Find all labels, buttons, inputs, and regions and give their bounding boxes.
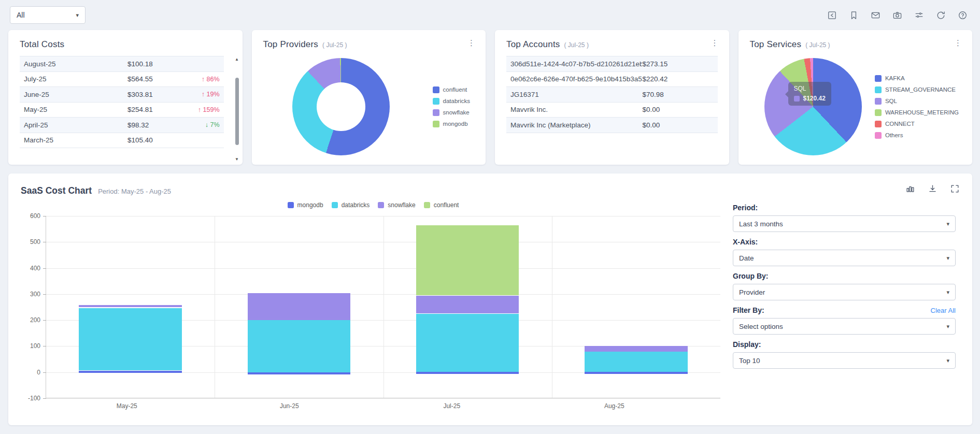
legend-item[interactable]: mongodb	[433, 121, 470, 127]
bookmark-icon[interactable]	[848, 10, 859, 20]
table-row: August-25$100.18	[20, 56, 224, 72]
bar-segment-databricks[interactable]	[79, 308, 181, 371]
row-value: $254.81	[127, 106, 192, 113]
row-label: 0e062c6e-626e-470f-b625-9e10b415b3a5	[510, 75, 642, 83]
card-title: Total Costs	[20, 39, 64, 50]
display-dropdown[interactable]: Top 10▾	[733, 352, 956, 369]
row-value: $273.15	[642, 60, 713, 68]
legend-item[interactable]: CONNECT	[875, 121, 959, 127]
legend-swatch	[433, 109, 439, 116]
grid-line	[46, 398, 720, 399]
download-icon[interactable]	[928, 184, 938, 196]
bar-segment-databricks[interactable]	[416, 314, 519, 372]
scroll-down-icon[interactable]: ▼	[234, 157, 240, 162]
legend-swatch	[288, 202, 294, 208]
x-axis-dropdown[interactable]: Date▾	[733, 250, 956, 266]
legend-item[interactable]: WAREHOUSE_METERING	[875, 109, 959, 116]
bar-segment-databricks[interactable]	[585, 352, 687, 371]
row-value: $303.81	[127, 91, 192, 98]
stacked-bar-chart: mongodbdatabrickssnowflakeconfluent 6005…	[21, 199, 726, 410]
row-change: ↑ 86%	[193, 76, 220, 83]
legend-item[interactable]: STREAM_GOVERNANCE	[875, 86, 959, 93]
scrollbar[interactable]: ▲ ▼	[234, 57, 240, 162]
legend-label: KAFKA	[885, 75, 905, 81]
clear-all-link[interactable]: Clear All	[931, 307, 956, 314]
legend-item[interactable]: SQL	[875, 98, 959, 105]
row-label: April-25	[24, 121, 127, 129]
legend-item[interactable]: snowflake	[433, 109, 470, 116]
bar-segment-mongodb[interactable]	[585, 372, 687, 374]
refresh-icon[interactable]	[935, 10, 946, 20]
camera-icon[interactable]	[892, 10, 902, 20]
bar-segment-databricks[interactable]	[248, 320, 350, 372]
card-period: ( Jul-25 )	[805, 41, 830, 49]
bar-segment-snowflake[interactable]	[416, 296, 519, 313]
grid-line-vertical	[215, 216, 215, 398]
legend-swatch	[378, 202, 384, 208]
topbar-actions	[827, 10, 968, 20]
group-by-dropdown[interactable]: Provider▾	[733, 284, 956, 300]
bar-segment-snowflake[interactable]	[585, 346, 687, 352]
bar-segment-snowflake[interactable]	[79, 305, 181, 307]
legend-label: snowflake	[443, 109, 470, 115]
control-label-group-by: Group By:	[733, 272, 768, 280]
bar-segment-snowflake[interactable]	[248, 293, 350, 320]
axis-tick	[43, 398, 46, 399]
bar-chart-icon[interactable]	[905, 184, 915, 196]
total-costs-card: Total Costs August-25$100.18July-25$564.…	[8, 30, 243, 165]
period-dropdown[interactable]: Last 3 months▾	[733, 215, 956, 232]
row-value: $105.40	[127, 136, 192, 144]
bar-segment-mongodb[interactable]	[79, 371, 181, 373]
share-icon[interactable]	[827, 10, 837, 20]
y-tick-label: 300	[30, 291, 40, 298]
legend-swatch	[332, 202, 338, 208]
chart-controls-panel: Period:Last 3 months▾X-Axis:Date▾Group B…	[726, 199, 960, 410]
card-menu-icon[interactable]: ⋮	[708, 37, 722, 49]
control-label-period: Period:	[733, 204, 758, 212]
control-label-row: Display:	[733, 340, 956, 349]
axis-tick	[43, 320, 46, 321]
table-row: July-25$564.55↑ 86%	[20, 72, 224, 88]
control-group-period: Period:Last 3 months▾	[733, 204, 956, 232]
card-menu-icon[interactable]: ⋮	[951, 37, 965, 49]
bar-segment-confluent[interactable]	[416, 225, 519, 296]
filter-by-dropdown[interactable]: Select options▾	[733, 318, 956, 335]
donut-hole	[317, 82, 365, 131]
legend-item[interactable]: confluent	[433, 86, 470, 93]
mail-icon[interactable]	[870, 10, 880, 20]
legend-item[interactable]: confluent	[424, 201, 459, 209]
services-pie-chart[interactable]	[764, 58, 862, 155]
legend-label: STREAM_GOVERNANCE	[885, 86, 956, 93]
legend-item[interactable]: snowflake	[378, 201, 415, 209]
scrollbar-thumb[interactable]	[235, 78, 239, 144]
filter-settings-icon[interactable]	[914, 10, 924, 20]
control-label-x-axis: X-Axis:	[733, 238, 758, 246]
legend-item[interactable]: databricks	[433, 98, 470, 105]
legend-item[interactable]: KAFKA	[875, 75, 959, 82]
global-filter-dropdown[interactable]: All ▾	[10, 6, 86, 24]
x-tick-label: Jun-25	[208, 402, 371, 410]
table-row: 0e062c6e-626e-470f-b625-9e10b415b3a5$220…	[506, 72, 718, 88]
bar-segment-mongodb[interactable]	[416, 372, 519, 374]
top-services-card: Top Services ( Jul-25 ) ⋮ KAFKASTREAM_GO…	[738, 30, 973, 165]
x-tick-label: May-25	[46, 402, 208, 410]
row-label: JG16371	[510, 91, 642, 98]
legend-item[interactable]: Others	[875, 132, 959, 139]
bar-segment-mongodb[interactable]	[248, 372, 350, 374]
scroll-up-icon[interactable]: ▲	[234, 57, 240, 62]
row-value: $100.18	[127, 60, 192, 68]
chart-period-subtitle: Period: May-25 - Aug-25	[98, 187, 171, 195]
legend-swatch	[433, 86, 439, 93]
y-tick-label: 400	[30, 265, 40, 272]
legend-item[interactable]: mongodb	[288, 201, 323, 209]
x-tick-label: Jul-25	[371, 402, 533, 410]
filter-by-value: Select options	[739, 323, 783, 330]
legend-item[interactable]: databricks	[332, 201, 370, 209]
card-menu-icon[interactable]: ⋮	[464, 37, 478, 49]
row-label: March-25	[24, 136, 127, 144]
fullscreen-icon[interactable]	[950, 184, 960, 196]
providers-donut-chart[interactable]	[292, 58, 390, 155]
help-icon[interactable]	[957, 10, 968, 20]
legend-swatch	[875, 86, 882, 93]
control-group-group-by: Group By:Provider▾	[733, 272, 956, 300]
